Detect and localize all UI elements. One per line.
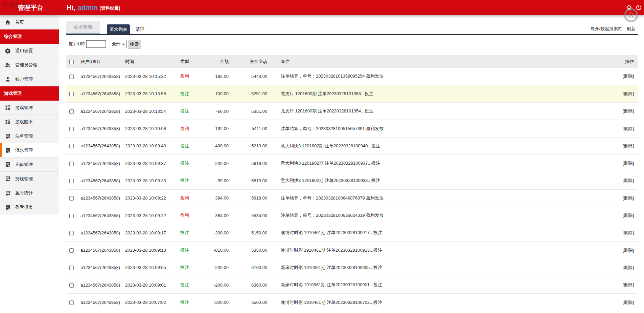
cell-account: a1234567(2643858)	[80, 300, 120, 305]
sidebar-item-10[interactable]: 充值管理	[0, 158, 59, 172]
delete-link[interactable]: [删除]	[623, 161, 634, 166]
row-checkbox[interactable]	[69, 144, 74, 148]
sidebar-item-8[interactable]: 注单管理	[0, 129, 59, 143]
cell-remark: 意大利快3 1201802期 注单20230328100937...投注	[281, 161, 380, 166]
cell-change: 5251.00	[251, 91, 267, 96]
delete-link[interactable]: [删除]	[623, 282, 634, 287]
sidebar-item-12[interactable]: 盈亏统计	[0, 186, 59, 200]
cell-account: a1234567(2643858)	[80, 126, 120, 131]
row-checkbox[interactable]	[69, 231, 74, 235]
delete-link[interactable]: [删除]	[623, 195, 634, 201]
cell-time: 2023-03-28 10:09:40	[125, 143, 166, 148]
cell-amount: -810.00	[214, 248, 229, 253]
cell-type: 投注	[180, 143, 189, 148]
row-checkbox[interactable]	[69, 283, 74, 288]
delete-link[interactable]: [删除]	[623, 248, 634, 253]
cell-account: a1234567(2643858)	[80, 109, 120, 114]
row-checkbox[interactable]	[69, 92, 74, 96]
cell-remark: 注单结算，单号：20230328100515657391 盈利发放	[281, 126, 384, 131]
sidebar-item-label: 游戏管理	[15, 101, 33, 115]
delete-link[interactable]: [删除]	[623, 91, 634, 96]
cell-type: 投注	[180, 300, 189, 305]
sidebar-item-label: 游戏赔率	[15, 115, 33, 129]
refresh-link[interactable]: 刷新	[627, 26, 636, 31]
cell-time: 2023-03-28 10:09:01	[125, 283, 166, 288]
page-title: 流水管理	[66, 21, 100, 35]
watermark-r-badge: R	[624, 8, 638, 22]
cell-change: 5443.00	[251, 74, 267, 79]
sidebar-item-2[interactable]: 通用设置	[0, 44, 59, 58]
delete-link[interactable]: [删除]	[623, 230, 634, 235]
sidebar-item-0[interactable]: 首页	[0, 15, 59, 29]
cell-remark: 注单结算，单号：20230328100646876879 盈利发放	[281, 195, 384, 201]
tab-clean[interactable]: 清理	[133, 24, 145, 34]
cell-time: 2023-03-28 10:09:22	[125, 213, 166, 218]
home-icon	[5, 20, 10, 25]
user-icon	[5, 77, 10, 82]
report-icon	[5, 133, 10, 139]
report-icon	[5, 148, 10, 153]
tab-flow-list[interactable]: 流水列表	[107, 24, 130, 34]
username: admin	[75, 4, 99, 11]
row-checkbox[interactable]	[69, 214, 74, 218]
cell-time: 2023-03-28 10:13:58	[125, 91, 166, 96]
sidebar-menu: 首页综合管理通用设置管理员管理账户管理游戏管理游戏管理游戏赔率注单管理流水管理充…	[0, 15, 59, 214]
logout-power-icon[interactable]	[636, 4, 642, 11]
select-all-checkbox[interactable]	[69, 60, 74, 64]
type-select[interactable]: 全部	[109, 40, 127, 48]
cell-account: a1234567(2643858)	[80, 195, 120, 201]
sidebar-item-9[interactable]: 流水管理	[0, 143, 59, 158]
cell-time: 2023-03-28 10:09:22	[125, 195, 166, 201]
cell-type: 盈利	[180, 74, 189, 79]
delete-link[interactable]: [删除]	[623, 265, 634, 270]
row-checkbox[interactable]	[69, 179, 74, 183]
report-icon	[5, 205, 10, 210]
cell-amount: -100.00	[214, 91, 229, 96]
cell-type: 投注	[180, 230, 189, 235]
sidebar-item-13[interactable]: 盈亏报表	[0, 200, 59, 214]
row-checkbox[interactable]	[69, 162, 74, 166]
cell-change: 5534.00	[251, 213, 267, 218]
cell-type: 投注	[180, 178, 189, 183]
uid-input[interactable]	[86, 40, 106, 48]
delete-link[interactable]: [删除]	[623, 143, 634, 148]
sidebar-item-label: 充值管理	[15, 158, 33, 172]
cell-time: 2023-03-28 10:07:02	[125, 300, 166, 305]
toggle-search-link[interactable]: 展开/收起搜索栏	[590, 26, 622, 31]
greeting: Hi,admin[资料设置]	[67, 0, 120, 16]
sidebar-item-11[interactable]: 提现管理	[0, 172, 59, 186]
delete-link[interactable]: [删除]	[623, 108, 634, 113]
cell-type: 投注	[180, 108, 189, 113]
row-checkbox[interactable]	[69, 75, 74, 79]
cell-type: 投注	[180, 248, 189, 253]
profile-settings-link[interactable]: [资料设置]	[99, 5, 120, 11]
row-checkbox[interactable]	[69, 127, 74, 131]
sidebar-item-4[interactable]: 账户管理	[0, 72, 59, 86]
sidebar-item-7[interactable]: 游戏赔率	[0, 115, 59, 129]
col-change: 资金变动	[229, 55, 277, 68]
cell-amount: 192.00	[215, 126, 229, 131]
delete-link[interactable]: [删除]	[623, 74, 634, 79]
cell-time: 2023-03-28 10:09:05	[125, 265, 166, 270]
sidebar-item-3[interactable]: 管理员管理	[0, 58, 59, 72]
main-content: 展开/收起搜索栏刷新 流水管理 流水列表 清理 账户UID 全部 搜索 账户(U…	[60, 15, 644, 313]
cell-type: 投注	[180, 161, 189, 166]
cell-change: 5150.00	[251, 230, 267, 235]
delete-link[interactable]: [删除]	[623, 213, 634, 218]
delete-link[interactable]: [删除]	[623, 300, 634, 305]
row-checkbox[interactable]	[69, 300, 74, 305]
row-checkbox[interactable]	[69, 196, 74, 201]
table-row: a1234567(2643858)2023-03-28 10:09:13投注-8…	[66, 242, 638, 259]
delete-link[interactable]: [删除]	[623, 126, 634, 131]
delete-link[interactable]: [删除]	[623, 178, 634, 183]
sidebar-section-5: 游戏管理	[0, 86, 59, 101]
row-checkbox[interactable]	[69, 109, 74, 114]
row-checkbox[interactable]	[69, 266, 74, 270]
uid-label: 账户UID	[69, 41, 85, 47]
search-button[interactable]: 搜索	[128, 40, 140, 48]
sidebar-section-label: 游戏管理	[4, 91, 22, 96]
row-checkbox[interactable]	[69, 248, 74, 253]
report-icon	[5, 176, 10, 182]
sidebar-item-6[interactable]: 游戏管理	[0, 101, 59, 115]
cell-account: a1234567(2643858)	[80, 178, 120, 183]
